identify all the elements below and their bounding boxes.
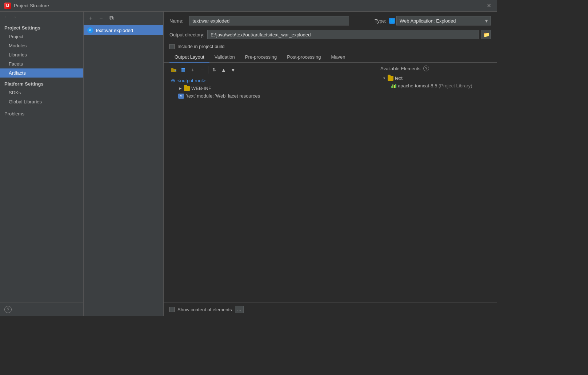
artifact-toolbar: + − ⧉: [84, 12, 163, 25]
copy-artifact-button[interactable]: ⧉: [107, 14, 116, 23]
main-layout: ← → Project Settings Project Modules Lib…: [0, 12, 497, 316]
sidebar: ← → Project Settings Project Modules Lib…: [0, 12, 84, 316]
output-root-label: <output root>: [177, 78, 205, 83]
artifact-panel: + − ⧉ ⊕ text:war exploded: [84, 12, 164, 316]
help-icon[interactable]: ?: [4, 306, 12, 313]
remove-artifact-button[interactable]: −: [97, 14, 105, 23]
sidebar-nav: ← →: [0, 12, 83, 22]
title-bar-left: IJ Project Structure: [4, 3, 49, 9]
available-elements-header: Available Elements ?: [380, 66, 491, 71]
sidebar-item-libraries[interactable]: Libraries: [0, 50, 83, 59]
layout-toolbar: + + − ⇅ ▲ ▼: [169, 66, 375, 74]
module-resource-item[interactable]: M 'text' module: 'Web' facet resources: [177, 92, 375, 100]
module-resource-icon: M: [178, 94, 184, 99]
include-checkbox[interactable]: [169, 44, 175, 49]
name-field-input[interactable]: [189, 16, 349, 25]
project-settings-label: Project Settings: [0, 22, 83, 32]
tab-output-layout[interactable]: Output Layout: [169, 52, 209, 63]
available-tomcat-label: apache-tomcat-8.5 (Project Library): [398, 83, 472, 88]
sidebar-item-sdks[interactable]: SDKs: [0, 88, 83, 97]
toolbar-divider: [208, 66, 208, 74]
add-artifact-button[interactable]: +: [87, 14, 95, 23]
tab-post-processing[interactable]: Post-processing: [282, 52, 326, 63]
sidebar-item-global-libraries[interactable]: Global Libraries: [0, 97, 83, 106]
bottom-area: Show content of elements ...: [164, 303, 497, 316]
output-root-icon: ⊕: [171, 78, 175, 83]
nav-forward-arrow[interactable]: →: [12, 14, 17, 20]
move-down-button[interactable]: ▼: [229, 66, 237, 74]
available-folder-icon: [388, 76, 393, 81]
tab-validation[interactable]: Validation: [209, 52, 240, 63]
type-select[interactable]: Web Application: Exploded: [396, 16, 491, 25]
output-dir-row: Output directory: 📁: [164, 28, 497, 42]
tab-pre-processing[interactable]: Pre-processing: [240, 52, 282, 63]
remove-element-button[interactable]: −: [198, 66, 207, 74]
webinf-folder-item[interactable]: ▶ WEB-INF: [177, 84, 375, 92]
output-dir-input[interactable]: [207, 30, 479, 39]
sidebar-item-artifacts[interactable]: Artifacts: [0, 68, 83, 78]
sort-button[interactable]: ⇅: [210, 66, 219, 74]
output-dir-label: Output directory:: [169, 32, 204, 38]
tomcat-icon: [391, 83, 396, 88]
layout-panel: + + − ⇅ ▲ ▼: [169, 66, 375, 300]
title-text: Project Structure: [14, 3, 49, 8]
available-elements-label: Available Elements: [380, 66, 420, 71]
add-element-button[interactable]: +: [188, 66, 197, 74]
title-bar: IJ Project Structure ✕: [0, 0, 497, 12]
webinf-label: WEB-INF: [191, 86, 211, 91]
type-section: Type: 🌐 Web Application: Exploded ▼: [375, 16, 491, 25]
tab-content-area: + + − ⇅ ▲ ▼: [164, 63, 497, 303]
output-root-item[interactable]: ⊕ <output root>: [169, 76, 375, 84]
ellipsis-button[interactable]: ...: [235, 306, 244, 313]
move-up-button[interactable]: ▲: [219, 66, 228, 74]
nav-back-arrow[interactable]: ←: [4, 14, 9, 20]
webinf-expand-icon: ▶: [178, 86, 183, 91]
sidebar-item-project[interactable]: Project: [0, 32, 83, 41]
webinf-container: ▶ WEB-INF: [169, 84, 375, 92]
tab-maven[interactable]: Maven: [326, 52, 350, 63]
available-root-expand-icon: ▾: [382, 76, 386, 80]
content-area: Name: Type: 🌐 Web Application: Exploded …: [164, 12, 497, 316]
sidebar-item-facets[interactable]: Facets: [0, 59, 83, 68]
available-tree-root[interactable]: ▾ text: [380, 74, 491, 82]
app-logo: IJ: [4, 3, 11, 9]
svg-rect-1: [171, 68, 173, 69]
artifact-item-label: text:war exploded: [96, 28, 133, 33]
available-root-label: text: [395, 75, 403, 81]
sidebar-item-modules[interactable]: Modules: [0, 41, 83, 50]
name-type-row: Name: Type: 🌐 Web Application: Exploded …: [164, 12, 497, 28]
available-tomcat-item[interactable]: apache-tomcat-8.5 (Project Library): [389, 82, 491, 90]
add-jar-button[interactable]: [179, 66, 188, 74]
type-icon: 🌐: [389, 18, 395, 24]
webinf-folder-icon: [184, 86, 190, 91]
close-button[interactable]: ✕: [485, 2, 492, 9]
available-child-container: apache-tomcat-8.5 (Project Library): [380, 82, 491, 90]
module-resource-label: 'text' module: 'Web' facet resources: [186, 93, 260, 99]
name-field-label: Name:: [169, 18, 183, 24]
include-label: Include in project build: [177, 44, 224, 49]
platform-settings-label: Platform Settings: [0, 78, 83, 88]
module-resource-container: M 'text' module: 'Web' facet resources: [169, 92, 375, 100]
show-content-checkbox[interactable]: [169, 307, 175, 312]
svg-text:+: +: [175, 69, 176, 72]
tabs-row: Output Layout Validation Pre-processing …: [164, 52, 497, 63]
artifact-list-item[interactable]: ⊕ text:war exploded: [84, 25, 163, 35]
sidebar-item-problems[interactable]: Problems: [0, 109, 83, 118]
artifact-type-icon: ⊕: [87, 27, 93, 33]
sidebar-help-area: ?: [0, 303, 83, 316]
include-row: Include in project build: [164, 42, 497, 52]
show-content-label: Show content of elements: [177, 307, 232, 312]
available-elements-panel: Available Elements ? ▾ text: [375, 66, 491, 300]
available-elements-help-icon[interactable]: ?: [423, 66, 429, 71]
type-select-wrapper: Web Application: Exploded ▼: [396, 16, 491, 25]
type-select-container: 🌐 Web Application: Exploded ▼: [389, 16, 491, 25]
layout-tree: ⊕ <output root> ▶ WEB-INF: [169, 76, 375, 300]
svg-rect-4: [181, 68, 185, 69]
add-from-dir-button[interactable]: +: [169, 66, 178, 74]
type-field-label: Type:: [375, 18, 386, 24]
browse-button[interactable]: 📁: [481, 30, 491, 39]
